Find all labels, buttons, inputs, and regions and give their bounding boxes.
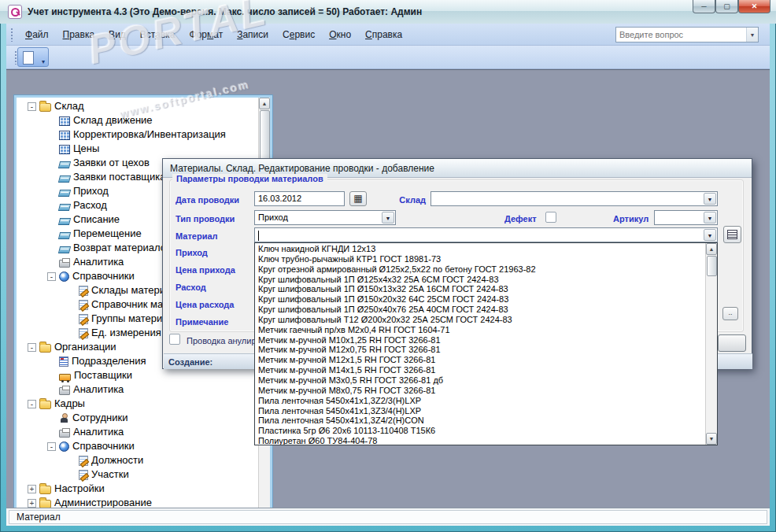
expand-toggle-icon[interactable] — [67, 315, 76, 323]
expand-toggle-icon[interactable] — [47, 371, 56, 380]
question-input[interactable] — [616, 30, 746, 39]
material-list-item[interactable]: Круг шлифовальный 1П Ø125х4х32 25А 6СМ Г… — [255, 275, 705, 285]
menu-item[interactable]: Записи — [230, 26, 275, 43]
material-list-item[interactable]: Круг отрезной армированный Ø125х2,5х22 п… — [255, 264, 705, 275]
expand-toggle-icon[interactable]: - — [28, 102, 36, 111]
tree-item[interactable]: - Кадры — [17, 397, 257, 411]
menubar-grip[interactable] — [10, 28, 13, 42]
material-list-item[interactable]: Метчик гаечный пр/хв М2х0,4 RH ГОСТ 1604… — [255, 325, 705, 335]
menu-item[interactable]: Вид — [102, 26, 133, 43]
material-list-item[interactable]: Метчик м-ручной М8х0,75 RH ГОСТ 3266-81 — [255, 386, 705, 396]
menu-item[interactable]: Файл — [18, 26, 56, 43]
tree-item[interactable]: Сотрудники — [17, 411, 257, 425]
expand-toggle-icon[interactable] — [47, 258, 56, 267]
tree-item[interactable]: Аналитика — [17, 425, 257, 439]
tree-item[interactable]: + Настройки — [17, 482, 257, 496]
expand-toggle-icon[interactable] — [47, 230, 56, 238]
expand-toggle-icon[interactable] — [47, 357, 56, 366]
material-form-button[interactable] — [723, 226, 741, 243]
tree-item[interactable]: Аналитика — [17, 382, 257, 397]
partially-hidden-button[interactable] — [718, 334, 746, 352]
chevron-down-icon[interactable]: ▼ — [704, 212, 716, 224]
minimize-button[interactable]: ─ — [693, 0, 715, 13]
defect-checkbox[interactable] — [545, 212, 556, 223]
menu-item[interactable]: Сервис — [275, 26, 322, 43]
tree-item[interactable]: - Справочники — [17, 439, 257, 453]
close-button[interactable]: ✕ — [738, 0, 770, 13]
expand-toggle-icon[interactable] — [67, 471, 76, 479]
date-input[interactable]: 16.03.2012 — [254, 191, 345, 206]
material-list-item[interactable]: Круг шлифовальный 1П Ø150х13х32 25А 16СМ… — [255, 284, 705, 294]
expand-toggle-icon[interactable] — [47, 386, 56, 394]
scroll-up-icon[interactable]: ▲ — [706, 243, 717, 255]
expand-toggle-icon[interactable] — [47, 414, 56, 423]
material-list-item[interactable]: Метчик м-ручной М3х0,5 RH ГОСТ 3266-81 д… — [255, 375, 705, 386]
tree-item[interactable]: Участки — [17, 467, 257, 482]
expand-toggle-icon[interactable] — [47, 428, 56, 437]
expand-toggle-icon[interactable]: + — [28, 499, 36, 508]
calendar-button[interactable]: ▦ — [349, 191, 367, 206]
tree-item[interactable]: - Склад — [17, 99, 257, 113]
material-list-item[interactable]: Пластинка 5гр Ø6 20х6 10113-110408 Т15К6 — [255, 426, 705, 436]
material-list-item[interactable]: Круг шлифовальный Т12 Ø200х20х32 25А 25С… — [255, 315, 705, 325]
expand-toggle-icon[interactable] — [67, 286, 76, 295]
material-list-item[interactable]: Круг шлифовальный 1П Ø150х20х32 64С 25СМ… — [255, 294, 705, 305]
tree-item[interactable]: Поставщики — [17, 368, 257, 382]
new-record-button[interactable] — [17, 47, 49, 67]
warehouse-combobox[interactable]: ▼ — [430, 191, 718, 206]
list-scrollbar-thumb[interactable] — [707, 256, 717, 276]
material-list-item[interactable]: Метчик м-ручной М12х0,75 RH ГОСТ 3266-81 — [255, 345, 705, 355]
material-combobox[interactable]: ▼ — [254, 227, 718, 242]
expand-toggle-icon[interactable] — [47, 201, 56, 210]
chevron-down-icon[interactable]: ▼ — [704, 229, 716, 241]
expand-toggle-icon[interactable] — [47, 145, 56, 153]
list-scrollbar[interactable]: ▲ ▼ — [705, 243, 717, 445]
maximize-button[interactable]: ▢ — [715, 0, 738, 13]
expand-toggle-icon[interactable] — [47, 131, 56, 139]
expand-toggle-icon[interactable]: - — [47, 272, 56, 281]
type-combobox[interactable]: Приход ▼ — [254, 210, 396, 225]
material-list-item[interactable]: Пила ленточная 5450х41х1,3Z2/3(H)LXP — [255, 396, 705, 406]
material-list-item[interactable]: Пила ленточная 5450х41х1,3Z3/4(H)LXP — [255, 406, 705, 416]
tree-item[interactable]: Цены — [17, 142, 257, 156]
expand-toggle-icon[interactable] — [67, 301, 76, 309]
chevron-down-icon[interactable]: ▼ — [382, 212, 394, 224]
expand-toggle-icon[interactable] — [47, 173, 56, 182]
expand-toggle-icon[interactable] — [47, 116, 56, 125]
article-combobox[interactable]: ▼ — [654, 210, 718, 225]
expand-toggle-icon[interactable] — [47, 244, 56, 253]
menu-item[interactable]: Формат — [183, 26, 231, 43]
chevron-down-icon[interactable]: ▼ — [746, 28, 758, 42]
expand-toggle-icon[interactable]: - — [28, 400, 36, 408]
expand-toggle-icon[interactable] — [47, 216, 56, 224]
menu-item[interactable]: Вставка — [133, 26, 183, 43]
expand-toggle-icon[interactable]: + — [28, 485, 36, 493]
tree-item[interactable]: Корректировка/Инвентаризация — [17, 127, 257, 142]
material-list-item[interactable]: Круг шлифовальный 1П Ø250х40х76 25А 40СМ… — [255, 305, 705, 315]
material-list-item[interactable]: Метчик м-ручной М10х1,25 RH ГОСТ 3266-81 — [255, 335, 705, 345]
expand-toggle-icon[interactable] — [47, 187, 56, 196]
scroll-down-icon[interactable]: ▼ — [706, 433, 717, 445]
question-combobox[interactable]: ▼ — [615, 27, 759, 42]
material-list-item[interactable]: Метчик м-ручной М12х1,5 RH ГОСТ 3266-81 — [255, 355, 705, 365]
menu-item[interactable]: Правка — [56, 26, 102, 43]
material-list-item[interactable]: Ключ накидной КГНДИ 12х13 — [255, 244, 705, 254]
material-list-item[interactable]: Ключ трубно-рычажный КТР1 ГОСТ 18981-73 — [255, 254, 705, 264]
scroll-up-icon[interactable]: ▲ — [259, 98, 270, 109]
tree-item[interactable]: Склад движение — [17, 113, 257, 127]
expand-toggle-icon[interactable]: - — [47, 442, 56, 451]
tree-item[interactable]: Должности — [17, 453, 257, 467]
material-list-item[interactable]: Пила ленточная 5450х41х1,3Z4/2(H)CON — [255, 416, 705, 426]
menu-item[interactable]: Справка — [358, 26, 409, 43]
expand-toggle-icon[interactable] — [67, 456, 76, 465]
annulled-checkbox[interactable] — [169, 334, 180, 345]
more-button[interactable]: .. — [722, 307, 738, 320]
material-list-item[interactable]: Метчик м-ручной М14х1,5 RH ГОСТ 3266-81 — [255, 365, 705, 375]
expand-toggle-icon[interactable] — [47, 159, 56, 168]
chevron-down-icon[interactable]: ▼ — [704, 193, 716, 205]
expand-toggle-icon[interactable] — [67, 329, 76, 338]
material-list-item[interactable]: Полиуретан Ø60 ТУ84-404-78 — [255, 436, 705, 445]
menu-item[interactable]: Окно — [322, 26, 358, 43]
titlebar[interactable]: Учет инструмента 4.3 (Это Демо-версия. М… — [0, 0, 776, 24]
expand-toggle-icon[interactable]: - — [28, 343, 36, 352]
